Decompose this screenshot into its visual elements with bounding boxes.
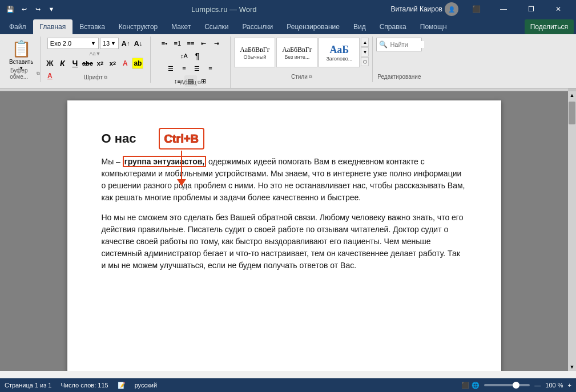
font-size-value: 13 xyxy=(103,40,110,47)
shortcut-label: Ctrl+B xyxy=(159,128,205,149)
scroll-thumb[interactable] xyxy=(569,102,575,124)
zoom-minus[interactable]: — xyxy=(534,382,541,389)
font-group-label: Шрифт ⧉ xyxy=(41,74,150,80)
decrease-indent-button[interactable]: ⇤ xyxy=(198,38,210,49)
tab-insert[interactable]: Вставка xyxy=(72,19,112,34)
clipboard-expand-icon[interactable]: ⧉ xyxy=(37,71,40,76)
tab-mailings[interactable]: Рассылки xyxy=(235,19,280,34)
bullets-button[interactable]: ≡• xyxy=(158,38,171,49)
superscript-button[interactable]: x2 xyxy=(107,58,118,69)
style-preview-no-spacing: АаБбВвГг xyxy=(282,46,312,54)
tab-review[interactable]: Рецензирование xyxy=(280,19,347,34)
italic-button[interactable]: К xyxy=(57,58,68,69)
highlight-color-button[interactable]: ab xyxy=(132,58,143,69)
scroll-down-button[interactable]: ▼ xyxy=(568,363,576,371)
paste-button[interactable]: 📋 Вставить ▼ xyxy=(6,38,37,72)
user-name: Виталий Каиров xyxy=(390,5,442,13)
tab-design[interactable]: Конструктор xyxy=(112,19,164,34)
redo-icon[interactable]: ↪ xyxy=(32,3,43,15)
web-layout-icon[interactable]: 🌐 xyxy=(472,382,480,389)
style-label-no-spacing: Без инте... xyxy=(284,54,309,60)
tab-share[interactable]: Поделиться xyxy=(525,19,574,34)
proofing-icon[interactable]: 📝 xyxy=(118,382,126,389)
tab-view[interactable]: Вид xyxy=(347,19,373,34)
page-info: Страница 1 из 1 xyxy=(5,382,51,389)
scroll-up-button[interactable]: ▲ xyxy=(568,91,576,99)
sort-button[interactable]: ↕A xyxy=(178,50,190,62)
font-size-selector[interactable]: 13 ▼ xyxy=(100,38,119,49)
increase-indent-button[interactable]: ⇥ xyxy=(211,38,223,49)
clipboard-group-label: Буфер обме... ⧉ xyxy=(2,67,40,80)
ruler-toggle[interactable] xyxy=(568,88,576,91)
layout-icons: ⬛ 🌐 xyxy=(461,382,480,389)
align-right-button[interactable]: ☰ xyxy=(191,63,203,74)
zoom-plus[interactable]: + xyxy=(568,382,571,389)
ribbon-group-clipboard: 📋 Вставить ▼ Буфер обме... ⧉ xyxy=(2,37,41,82)
zoom-thumb[interactable] xyxy=(513,382,519,389)
user-info: Виталий Каиров 👤 xyxy=(390,2,458,16)
save-icon[interactable]: 💾 xyxy=(5,3,16,15)
ribbon-group-styles: АаБбВвГг Обычный АаБбВвГг Без инте... Аа… xyxy=(231,37,373,82)
tab-help2[interactable]: Помощн xyxy=(413,19,454,34)
tab-references[interactable]: Ссылки xyxy=(198,19,235,34)
document-area: ▲ Ctrl+B О нас Мы – группа энтузиастов, … xyxy=(0,91,576,371)
styles-scroll-buttons: ▲ ▼ ⬡ xyxy=(361,38,369,66)
align-left-button[interactable]: ☰ xyxy=(164,63,177,74)
ribbon-group-editing: 🔍 Редактирование xyxy=(373,37,425,82)
customize-icon[interactable]: ▼ xyxy=(46,3,57,15)
styles-scroll-down[interactable]: ▼ xyxy=(361,47,369,56)
styles-expand-button[interactable]: ⬡ xyxy=(361,57,369,66)
vertical-scrollbar[interactable]: ▼ xyxy=(568,99,576,371)
language[interactable]: русский xyxy=(135,382,157,389)
multilevel-button[interactable]: ≡≡ xyxy=(184,38,197,49)
undo-icon[interactable]: ↩ xyxy=(18,3,30,15)
quick-access-toolbar: 💾 ↩ ↪ ▼ xyxy=(5,3,57,15)
paragraph-expand-icon[interactable]: ⧉ xyxy=(198,80,201,86)
status-bar: Страница 1 из 1 Число слов: 115 📝 русски… xyxy=(0,378,576,392)
search-box[interactable]: 🔍 xyxy=(376,38,422,51)
avatar[interactable]: 👤 xyxy=(445,2,458,16)
ribbon-group-font: Exo 2.0 ▼ 13 ▼ A↑ A↓ Aa▼ Ж К Ч abc x2 x2… xyxy=(41,37,151,83)
styles-expand-icon[interactable]: ⧉ xyxy=(309,74,312,80)
pilcrow-button[interactable]: ¶ xyxy=(191,50,203,62)
font-name-selector[interactable]: Exo 2.0 ▼ xyxy=(47,38,99,49)
minimize-button[interactable]: — xyxy=(490,0,517,18)
annotation: Ctrl+B xyxy=(159,128,205,186)
font-options-label: Aa▼ xyxy=(89,51,100,56)
styles-scroll-up[interactable]: ▲ xyxy=(361,38,369,47)
search-input[interactable] xyxy=(390,41,424,48)
font-increase-button[interactable]: A↑ xyxy=(120,38,131,49)
underline-button[interactable]: Ч xyxy=(69,58,80,69)
font-size-arrow: ▼ xyxy=(111,41,116,46)
tab-layout[interactable]: Макет xyxy=(164,19,198,34)
tab-home[interactable]: Главная xyxy=(33,19,73,34)
font-name-value: Exo 2.0 xyxy=(50,40,71,47)
paragraph-group-label: Абзац ⧉ xyxy=(151,79,230,86)
justify-button[interactable]: ≡ xyxy=(204,63,216,74)
window-controls: ⬛ — ❐ ✕ xyxy=(463,0,571,18)
style-no-spacing[interactable]: АаБбВвГг Без инте... xyxy=(276,38,317,67)
tab-file[interactable]: Файл xyxy=(2,19,33,34)
print-layout-icon[interactable]: ⬛ xyxy=(461,382,469,389)
style-normal[interactable]: АаБбВвГг Обычный xyxy=(234,38,275,67)
zoom-slider[interactable] xyxy=(484,384,530,386)
ribbon-group-paragraph: ≡• ≡1 ≡≡ ⇤ ⇥ ↕A ¶ ☰ ≡ ☰ ≡ ↕≡ ▤ ⊞ Абзац ⧉ xyxy=(151,37,231,88)
ribbon-display-icon[interactable]: ⬛ xyxy=(463,0,489,18)
title-bar-right: Виталий Каиров 👤 ⬛ — ❐ ✕ xyxy=(390,0,571,18)
font-decrease-button[interactable]: A↓ xyxy=(132,38,144,49)
subscript-button[interactable]: x2 xyxy=(94,58,106,69)
numbering-button[interactable]: ≡1 xyxy=(171,38,184,49)
paragraph-2: Но мы не сможем это сделать без Вашей об… xyxy=(102,212,467,272)
restore-button[interactable]: ❐ xyxy=(518,0,544,18)
style-heading1[interactable]: АаБ Заголово... xyxy=(319,38,360,67)
align-center-button[interactable]: ≡ xyxy=(178,63,190,74)
paste-label: Вставить xyxy=(9,59,33,65)
zoom-level: 100 % xyxy=(545,382,563,389)
font-expand-icon[interactable]: ⧉ xyxy=(104,75,107,80)
bold-button[interactable]: Ж xyxy=(44,58,55,69)
font-color-button[interactable]: A xyxy=(119,58,131,69)
close-button[interactable]: ✕ xyxy=(545,0,571,18)
style-label-heading1: Заголово... xyxy=(326,56,352,62)
tab-help[interactable]: Справка xyxy=(373,19,413,34)
strikethrough-button[interactable]: abc xyxy=(82,58,93,69)
